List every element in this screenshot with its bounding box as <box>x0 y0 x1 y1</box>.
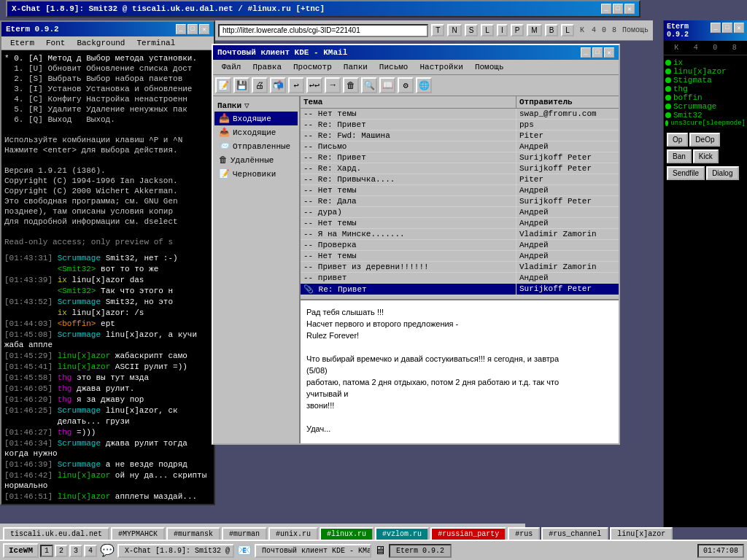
tb-search[interactable]: 🔍 <box>361 77 377 93</box>
menu-help[interactable]: Помощь <box>469 61 510 73</box>
tb-new[interactable]: 📝 <box>215 77 231 93</box>
sendfile-button[interactable]: Sendfile <box>667 166 705 180</box>
tab-russian-party[interactable]: #russian_party <box>430 527 506 540</box>
email-row[interactable]: -- дура)Андрей <box>301 207 619 218</box>
tab-vzlom[interactable]: #vzlom.ru <box>375 527 429 540</box>
tb-reply[interactable]: ↩ <box>288 77 304 93</box>
tab-rus[interactable]: #rus <box>508 527 540 540</box>
xchat-maximize[interactable]: □ <box>613 4 623 14</box>
tb-online[interactable]: 🌐 <box>416 77 432 93</box>
nav-n[interactable]: N <box>447 24 461 36</box>
xchat-titlebar[interactable]: X-Chat [1.8.9]: Smit32 @ tiscali.uk.eu.d… <box>6 0 640 18</box>
kick-button[interactable]: Kick <box>693 149 719 163</box>
folder-sent[interactable]: 📨 Отправленные <box>214 139 298 153</box>
menu-view[interactable]: Просмотр <box>287 61 338 73</box>
email-row[interactable]: -- ПисьмоАндрей <box>301 141 619 152</box>
email-row[interactable]: -- Re: Приветpps <box>301 120 619 131</box>
taskbar-eterm[interactable]: Eterm 0.9.2 <box>389 544 452 558</box>
start-button[interactable]: IceWM <box>3 543 39 558</box>
tab-unix[interactable]: #unix.ru <box>268 527 318 540</box>
email-row[interactable]: -- Нет темыАндрей <box>301 251 619 262</box>
dialog-button[interactable]: Dialog <box>706 166 738 180</box>
menu-edit[interactable]: Правка <box>247 61 287 73</box>
chat-line: [01:46:51] linu[x]azor апплеты маздай...… <box>4 491 211 504</box>
tab-murman[interactable]: #murman <box>222 527 267 540</box>
tab-linuxazor[interactable]: linu[x]azor <box>610 527 673 540</box>
tb-check[interactable]: 📬 <box>270 77 286 93</box>
pager-1[interactable]: 1 <box>40 545 53 557</box>
eterm-titlebar[interactable]: Eterm 0.9.2 _ □ ✕ <box>1 22 214 36</box>
xchat-minimize[interactable]: _ <box>601 4 611 14</box>
nav-b[interactable]: B <box>545 24 559 36</box>
tb-addressbook[interactable]: 📖 <box>379 77 395 93</box>
nav-m[interactable]: M <box>527 24 541 36</box>
tb-forward[interactable]: → <box>325 77 341 93</box>
taskbar-xchat[interactable]: X-Chat [1.8.9]: Smit32 @ tiscali.uk.eu.d… <box>117 544 234 558</box>
tb-replyall[interactable]: ↩↩ <box>306 77 322 93</box>
chat-line: [01:43:52] Scrummage Smit32, но это <box>4 297 211 307</box>
nav-i[interactable]: I <box>497 24 508 36</box>
email-row[interactable]: -- Привет из деревни!!!!!!Vladimir Zamor… <box>301 262 619 273</box>
rp-min[interactable]: _ <box>711 23 721 33</box>
email-row[interactable]: -- Re: ДалаSurijkoff Peter <box>301 196 619 207</box>
pager-2[interactable]: 2 <box>55 545 68 557</box>
pager-4[interactable]: 4 <box>84 545 97 557</box>
email-row[interactable]: -- Re: Привычка....Piter <box>301 174 619 185</box>
menu-settings[interactable]: Настройки <box>414 61 468 73</box>
kmail-close[interactable]: ✕ <box>604 47 614 58</box>
nav-s[interactable]: S <box>465 24 479 36</box>
folder-trash[interactable]: 🗑 Удалённые <box>214 153 298 167</box>
menu-folders[interactable]: Папки <box>338 61 374 73</box>
kmail-maximize[interactable]: □ <box>592 47 603 58</box>
menu-letter[interactable]: Письмо <box>374 61 414 73</box>
tb-delete[interactable]: 🗑 <box>343 77 359 93</box>
xchat-close[interactable]: ✕ <box>624 4 635 14</box>
kmail-minimize[interactable]: _ <box>581 47 591 58</box>
tab-murmansk1[interactable]: #MYРМАНСК <box>111 527 165 540</box>
folder-outbox[interactable]: 📤 Исходящие <box>214 125 298 139</box>
url-input[interactable] <box>218 24 428 37</box>
tab-rus-channel[interactable]: #rus_channel <box>541 527 608 540</box>
kmail-titlebar[interactable]: Почтовый клиент KDE - KMail _ □ ✕ <box>213 45 619 60</box>
op-button[interactable]: Op <box>667 133 688 147</box>
menu-eterm[interactable]: Eterm <box>4 38 40 48</box>
menu-terminal[interactable]: Terminal <box>131 38 181 48</box>
rp-close[interactable]: ✕ <box>734 23 744 33</box>
email-sender: Андрей <box>516 240 619 250</box>
pager-3[interactable]: 3 <box>69 545 82 557</box>
tab-murmansk2[interactable]: #murmansk <box>166 527 220 540</box>
deop-button[interactable]: DeOp <box>689 133 720 147</box>
rp-max[interactable]: □ <box>722 23 732 33</box>
folder-inbox[interactable]: 📥 Входящие <box>214 112 298 125</box>
right-panel-title[interactable]: Eterm 0.9.2 _ □ ✕ <box>664 20 747 41</box>
email-row[interactable]: -- Нет темыАндрей <box>301 218 619 229</box>
tab-linux[interactable]: #linux.ru <box>320 527 374 540</box>
menu-background[interactable]: Background <box>71 38 131 48</box>
tb-filter[interactable]: ⚙ <box>398 77 414 93</box>
taskbar-kmail[interactable]: Почтовый клиент KDE - KMail <box>255 544 371 558</box>
email-row[interactable]: -- Re: Хард.Surijkoff Peter <box>301 163 619 174</box>
tab-server[interactable]: tiscali.uk.eu.dal.net <box>3 527 109 540</box>
maximize-button[interactable]: □ <box>187 24 198 34</box>
minimize-button[interactable]: _ <box>176 24 186 34</box>
menu-font[interactable]: Font <box>40 38 71 48</box>
email-row[interactable]: -- Нет темыswap_@fromru.com <box>301 109 619 120</box>
close-button[interactable]: ✕ <box>199 24 209 34</box>
email-row[interactable]: -- Нет темыАндрей <box>301 185 619 196</box>
ban-button[interactable]: Ban <box>667 149 692 163</box>
tb-save[interactable]: 💾 <box>233 77 249 93</box>
email-row[interactable]: -- Re: ПриветSurijkoff Peter <box>301 152 619 163</box>
email-row-selected[interactable]: 📎 Re: ПриветSurijkoff Peter <box>301 284 619 295</box>
nav-l[interactable]: L <box>481 24 494 36</box>
nav-p[interactable]: P <box>511 24 525 36</box>
email-theme: -- Привет из деревни!!!!!! <box>301 262 516 272</box>
menu-file[interactable]: Файл <box>216 61 247 73</box>
folder-drafts[interactable]: 📝 Черновики <box>214 167 298 181</box>
email-row[interactable]: -- приветАндрей <box>301 273 619 284</box>
nav-t[interactable]: T <box>431 24 444 36</box>
email-row[interactable]: -- Я на Минске.......Vladimir Zamorin <box>301 229 619 240</box>
nav-l2[interactable]: L <box>561 24 574 36</box>
email-row[interactable]: -- ПроверкаАндрей <box>301 240 619 251</box>
email-row[interactable]: -- Re: Fwd: МашинаPiter <box>301 131 619 141</box>
tb-print[interactable]: 🖨 <box>252 77 268 93</box>
